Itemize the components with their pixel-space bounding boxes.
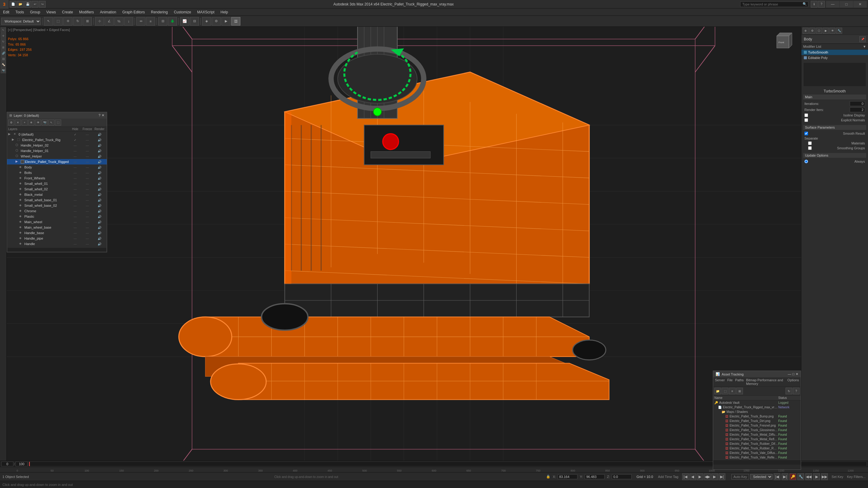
explicit-normals-checkbox[interactable] xyxy=(804,118,808,122)
rp-display-btn[interactable]: 👁 xyxy=(829,28,835,34)
at-btn-refresh[interactable]: ↻ xyxy=(785,388,792,394)
surface-params-title[interactable]: Surface Parameters xyxy=(803,125,866,130)
move-tool-btn[interactable]: ✛ xyxy=(63,17,72,26)
asset-item-maps-folder[interactable]: 📂 Maps / Shaders xyxy=(713,410,801,414)
new-file-btn[interactable]: 📄 xyxy=(10,1,17,8)
menu-edit[interactable]: Edit xyxy=(0,8,12,15)
menu-views[interactable]: Views xyxy=(43,8,59,15)
layer-item-handle-bolts[interactable]: ◈ Handle_bolts — — 🔊 xyxy=(7,247,107,247)
menu-rendering[interactable]: Rendering xyxy=(148,8,171,15)
search-input[interactable] xyxy=(741,2,801,7)
select-tool-btn[interactable]: ↖ xyxy=(44,17,53,26)
x-input[interactable] xyxy=(558,474,578,479)
update-options-title[interactable]: Update Options xyxy=(803,153,866,158)
at-btn-help[interactable]: ? xyxy=(793,388,800,394)
menu-group[interactable]: Group xyxy=(27,8,43,15)
render-iters-input[interactable] xyxy=(850,107,865,112)
rp-motion-btn[interactable]: ▶ xyxy=(823,28,829,34)
asset-item-main-file[interactable]: 📄 Electric_Pallet_Truck_Rigged_max_vray.… xyxy=(713,405,801,410)
layer-item-swb02[interactable]: ◈ Small_whell_base_02 — — 🔊 xyxy=(7,203,107,208)
maximize-btn[interactable]: □ xyxy=(840,1,853,8)
menu-customize[interactable]: Customize xyxy=(171,8,194,15)
asset-item-metal-diff[interactable]: 🖼 Electric_Pallet_Truck_Metal_Diffuse.pn… xyxy=(713,432,801,437)
prev-frame-btn[interactable]: ◀ xyxy=(689,474,696,480)
at-menu-file[interactable]: File xyxy=(727,378,733,386)
minimize-btn[interactable]: — xyxy=(826,1,839,8)
layer-item-chrome[interactable]: ◈ Chrome — — 🔊 xyxy=(7,208,107,214)
key-filters-text[interactable]: Key Filters... xyxy=(847,475,866,479)
asset-item-vale-refl[interactable]: 🖼 Electric_Pallet_Truck_Vale_Reflect.png… xyxy=(713,455,801,460)
main-section-title[interactable]: Main xyxy=(803,95,866,99)
transport-prev-btn[interactable]: |◀ xyxy=(774,474,780,480)
undo-btn[interactable]: ↩ xyxy=(32,1,38,8)
quick-render-btn[interactable]: 🖼 xyxy=(231,17,240,26)
menu-graph-editors[interactable]: Graph Editors xyxy=(119,8,148,15)
layer-item-rig[interactable]: ▶ ⬚ Electric_Pallet_Truck_Rig ✓ — 🔊 xyxy=(7,137,107,142)
layer-item-sw02[interactable]: ◈ Small_whell_02 — — 🔊 xyxy=(7,186,107,192)
layers-freeze-btn[interactable]: ❄ xyxy=(28,120,34,126)
smooth-result-checkbox[interactable] xyxy=(804,132,808,135)
at-btn-4[interactable]: ⊞ xyxy=(736,388,743,394)
modifier-dropdown-arrow[interactable]: ▼ xyxy=(863,45,866,48)
layer-item-truck-rigged[interactable]: ▶ Electric_Pallet_Truck_Rigged — — 🔊 xyxy=(7,159,107,164)
materials-checkbox[interactable] xyxy=(808,141,812,145)
iterations-input[interactable] xyxy=(850,101,865,106)
tp2-3[interactable]: ▶▶ xyxy=(821,474,828,480)
tp2-1[interactable]: ◀◀ xyxy=(805,474,812,480)
left-tool-rotate[interactable]: ↻ xyxy=(1,39,6,44)
layers-obj-btn[interactable]: ⬚ xyxy=(55,120,61,126)
layers-add-btn[interactable]: + xyxy=(22,120,28,126)
menu-help[interactable]: Help xyxy=(218,8,231,15)
mirror-btn[interactable]: ⇔ xyxy=(136,17,146,26)
menu-modifiers[interactable]: Modifiers xyxy=(76,8,97,15)
layer-item-helper01[interactable]: ⬡ Handle_Helper_01 — — 🔊 xyxy=(7,148,107,154)
transport-next-btn[interactable]: ▶| xyxy=(782,474,788,480)
left-tool-unlink[interactable]: ⛓ xyxy=(1,56,6,62)
modifier-editable-poly[interactable]: Editable Poly xyxy=(801,55,868,61)
always-radio[interactable] xyxy=(804,160,808,163)
percent-snap-btn[interactable]: % xyxy=(114,17,124,26)
render-setup-btn[interactable]: ⚙ xyxy=(212,17,221,26)
key-filter-btn[interactable]: 🔧 xyxy=(798,474,804,480)
layers-scrollbar[interactable] xyxy=(8,248,106,252)
layers-hide-btn[interactable]: 👁 xyxy=(35,120,41,126)
layer-item-bolts[interactable]: ◈ Bolts — — 🔊 xyxy=(7,170,107,175)
selected-dropdown[interactable]: Selected xyxy=(750,474,772,480)
viewport[interactable]: [+] [Perspective] [Shaded + Edged Faces]… xyxy=(7,27,801,488)
save-btn[interactable]: 💾 xyxy=(24,1,31,8)
at-btn-1[interactable]: 📁 xyxy=(714,388,721,394)
layer-item-plastic[interactable]: ◈ Plastic — — 🔊 xyxy=(7,214,107,219)
asset-item-bump[interactable]: 🖼 Electric_Pallet_Truck_Bump.png Found xyxy=(713,414,801,419)
redo-btn[interactable]: ↪ xyxy=(39,1,45,8)
snap-toggle-btn[interactable]: ⊹ xyxy=(95,17,104,26)
scale-tool-btn[interactable]: ⊞ xyxy=(83,17,92,26)
layer-item-body[interactable]: ◈ Body — — 🔊 xyxy=(7,164,107,170)
layer-item-black-metal[interactable]: ◈ Black_metal — — 🔊 xyxy=(7,192,107,197)
asset-item-rubber-refl[interactable]: 🖼 Electric_Pallet_Truck_Rubber_Reflect.p… xyxy=(713,446,801,451)
menu-tools[interactable]: Tools xyxy=(12,8,27,15)
close-btn[interactable]: ✕ xyxy=(854,1,867,8)
goto-start-btn[interactable]: |◀ xyxy=(682,474,689,480)
layer-item-swb01[interactable]: ◈ Small_whell_base_01 — — 🔊 xyxy=(7,197,107,203)
rotate-tool-btn[interactable]: ↻ xyxy=(73,17,82,26)
angle-snap-btn[interactable]: ∠ xyxy=(105,17,114,26)
left-tool-camera[interactable]: 📷 xyxy=(1,68,6,73)
menu-animation[interactable]: Animation xyxy=(97,8,119,15)
rp-modify-btn[interactable]: ⚙ xyxy=(809,28,815,34)
layer-item-main-wheel-base[interactable]: ◈ Main_wheel_base — — 🔊 xyxy=(7,225,107,230)
schematic-view-btn[interactable]: ⊟ xyxy=(190,17,199,26)
tp2-2[interactable]: ▶ xyxy=(813,474,820,480)
asset-close-btn[interactable]: ✕ xyxy=(796,372,798,376)
asset-maximize-btn[interactable]: □ xyxy=(792,372,794,376)
layer-manager-btn[interactable]: ⊟ xyxy=(158,17,167,26)
add-time-tag[interactable]: Add Time Tag xyxy=(658,475,678,479)
play-back-btn[interactable]: ◀▶ xyxy=(704,474,711,480)
play-btn[interactable]: ▶ xyxy=(697,474,704,480)
y-input[interactable] xyxy=(585,474,604,479)
asset-item-vault[interactable]: 🔑 Autodesk Vault Logged xyxy=(713,400,801,405)
asset-item-rubber-diff[interactable]: 🖼 Electric_Pallet_Truck_Rubber_Diffuse.p… xyxy=(713,442,801,446)
material-editor-btn[interactable]: ◈ xyxy=(202,17,211,26)
curve-editor-btn[interactable]: 📈 xyxy=(180,17,189,26)
layers-select-btn[interactable]: ↖ xyxy=(49,120,55,126)
layers-help-btn[interactable]: ? xyxy=(99,113,100,117)
